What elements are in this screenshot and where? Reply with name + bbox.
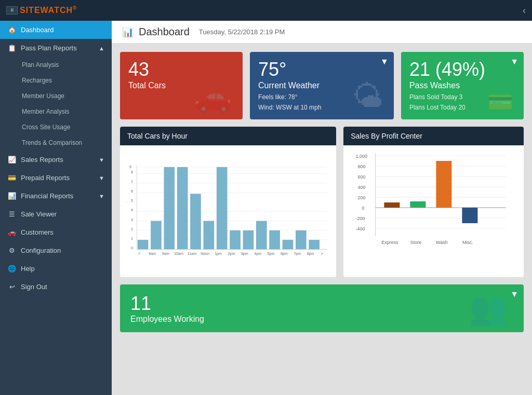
employees-label: Employees Working	[130, 315, 513, 324]
pass-plan-icon: 📋	[7, 44, 17, 52]
sidebar-item-label-trends: Trends & Comparison	[22, 139, 82, 146]
logo: 🖥 SITEWATCH®	[6, 5, 77, 15]
employees-dropdown[interactable]: ▼	[510, 290, 518, 299]
sidebar-item-label-sales: Sales Reports	[21, 156, 63, 164]
svg-text:8pm: 8pm	[307, 252, 314, 256]
total-cars-chart-card: Total Cars by Hour 0 1 2 3 4 5 6 7	[120, 127, 336, 277]
logo-text: SITEWATCH®	[20, 5, 77, 15]
svg-text:200: 200	[358, 195, 366, 200]
dashboard-icon: 🏠	[7, 26, 17, 34]
header-date: Tuesday, 5/22/2018 2:19 PM	[199, 28, 285, 36]
svg-text:5pm: 5pm	[268, 252, 275, 256]
svg-rect-30	[243, 230, 254, 249]
svg-rect-68	[384, 202, 400, 208]
svg-text:5: 5	[131, 199, 133, 203]
svg-text:9: 9	[129, 165, 131, 169]
svg-text:7: 7	[131, 180, 133, 184]
svg-text:Express: Express	[381, 240, 398, 245]
sidebar: 🏠 Dashboard 📋 Pass Plan Reports ▲ Plan A…	[0, 21, 112, 395]
sidebar-item-label-member-usage: Member Usage	[22, 92, 64, 100]
topbar: 🖥 SITEWATCH® ‹	[0, 0, 532, 21]
svg-rect-34	[296, 230, 307, 249]
logo-title-accent: WATCH	[41, 6, 73, 15]
total-cars-card: 43 Total Cars 🚗	[120, 52, 243, 119]
pass-washes-number: 21 (49%)	[409, 60, 515, 79]
svg-text:-400: -400	[356, 226, 365, 231]
car-bg-icon: 🚗	[193, 77, 232, 114]
sidebar-item-help[interactable]: 🌐 Help	[0, 260, 112, 278]
sales-icon: 📈	[7, 156, 17, 164]
sidebar-item-sales-reports[interactable]: 📈 Sales Reports ▼	[0, 151, 112, 169]
sales-profit-svg: 1,000 800 600 400 200 0 -200 -400	[349, 151, 518, 270]
sales-chevron: ▼	[99, 157, 104, 163]
content-body: 43 Total Cars 🚗 ▼ 75° Current Weather Fe…	[112, 44, 532, 395]
svg-rect-29	[230, 230, 241, 249]
svg-rect-35	[309, 240, 320, 249]
svg-text:6pm: 6pm	[281, 252, 288, 256]
sidebar-item-member-usage[interactable]: Member Usage	[0, 88, 112, 104]
sidebar-item-prepaid-reports[interactable]: 💳 Prepaid Reports ▼	[0, 169, 112, 187]
svg-text:0: 0	[362, 206, 365, 211]
svg-rect-26	[190, 194, 201, 249]
sales-profit-chart-header: Sales By Profit Center	[343, 127, 524, 145]
sales-profit-chart-body: 1,000 800 600 400 200 0 -200 -400	[343, 145, 524, 277]
svg-text:3: 3	[131, 218, 133, 222]
svg-text:Noon: Noon	[201, 252, 209, 256]
pass-washes-dropdown[interactable]: ▼	[510, 57, 518, 66]
employees-number: 11	[130, 293, 513, 315]
svg-rect-31	[256, 221, 267, 250]
sidebar-item-member-analysis[interactable]: Member Analysis	[0, 104, 112, 119]
sidebar-item-label-sign-out: Sign Out	[21, 283, 47, 291]
sidebar-item-configuration[interactable]: ⚙ Configuration	[0, 241, 112, 260]
sidebar-item-customers[interactable]: 🚗 Customers	[0, 223, 112, 241]
content-header: 📊 Dashboard Tuesday, 5/22/2018 2:19 PM	[112, 21, 532, 44]
sales-profit-chart-title: Sales By Profit Center	[351, 132, 422, 140]
svg-text:8: 8	[131, 170, 133, 174]
svg-text:-200: -200	[356, 216, 365, 221]
sidebar-item-cross-site-usage[interactable]: Cross Site Usage	[0, 119, 112, 135]
customers-icon: 🚗	[7, 228, 17, 236]
total-cars-chart-title: Total Cars by Hour	[127, 132, 188, 140]
svg-rect-22	[138, 240, 149, 249]
svg-text:3pm: 3pm	[241, 252, 248, 256]
dashboard-header-icon: 📊	[122, 26, 134, 38]
employees-card: ▼ 11 Employees Working 👥	[120, 284, 524, 332]
svg-rect-33	[283, 240, 294, 249]
sidebar-item-label-plan-analysis: Plan Analysis	[22, 61, 59, 69]
top-cards-row: 43 Total Cars 🚗 ▼ 75° Current Weather Fe…	[120, 52, 524, 119]
svg-rect-25	[177, 167, 188, 249]
weather-dropdown[interactable]: ▼	[380, 57, 389, 66]
pass-washes-label: Pass Washes	[409, 81, 515, 90]
svg-rect-23	[151, 221, 162, 250]
collapse-button[interactable]: ‹	[523, 5, 526, 16]
sidebar-item-financial-reports[interactable]: 📊 Financial Reports ▼	[0, 187, 112, 205]
svg-text:8am: 8am	[149, 252, 156, 256]
sidebar-item-label-help: Help	[21, 265, 35, 273]
sign-out-icon: ↩	[7, 283, 17, 291]
logo-icon: 🖥	[6, 6, 18, 15]
svg-rect-70	[436, 161, 452, 208]
svg-text:7pm: 7pm	[294, 252, 301, 256]
sidebar-item-sign-out[interactable]: ↩ Sign Out	[0, 278, 112, 296]
main-layout: 🏠 Dashboard 📋 Pass Plan Reports ▲ Plan A…	[0, 21, 532, 395]
total-cars-number: 43	[128, 60, 234, 79]
svg-text:4: 4	[131, 208, 133, 212]
svg-text:1: 1	[131, 237, 133, 241]
sidebar-item-plan-analysis[interactable]: Plan Analysis	[0, 57, 112, 73]
sidebar-item-dashboard[interactable]: 🏠 Dashboard	[0, 21, 112, 39]
sidebar-item-sale-viewer[interactable]: ☰ Sale Viewer	[0, 205, 112, 223]
sidebar-item-recharges[interactable]: Recharges	[0, 73, 112, 88]
total-cars-svg: 0 1 2 3 4 5 6 7 8 9	[125, 151, 331, 270]
charts-row: Total Cars by Hour 0 1 2 3 4 5 6 7	[120, 127, 524, 277]
sidebar-item-label-member-analysis: Member Analysis	[22, 108, 69, 115]
sidebar-item-label-sale-viewer: Sale Viewer	[21, 210, 57, 218]
logo-reg: ®	[73, 5, 77, 11]
sidebar-item-trends-comparison[interactable]: Trends & Comparison	[0, 135, 112, 151]
sidebar-item-label-cross-site: Cross Site Usage	[22, 124, 70, 131]
sidebar-item-label-recharges: Recharges	[22, 77, 52, 84]
svg-rect-27	[204, 221, 215, 250]
sidebar-item-pass-plan-reports[interactable]: 📋 Pass Plan Reports ▲	[0, 39, 112, 57]
svg-rect-28	[217, 167, 228, 249]
pass-bg-icon: 💳	[487, 90, 513, 114]
svg-rect-69	[410, 201, 426, 208]
